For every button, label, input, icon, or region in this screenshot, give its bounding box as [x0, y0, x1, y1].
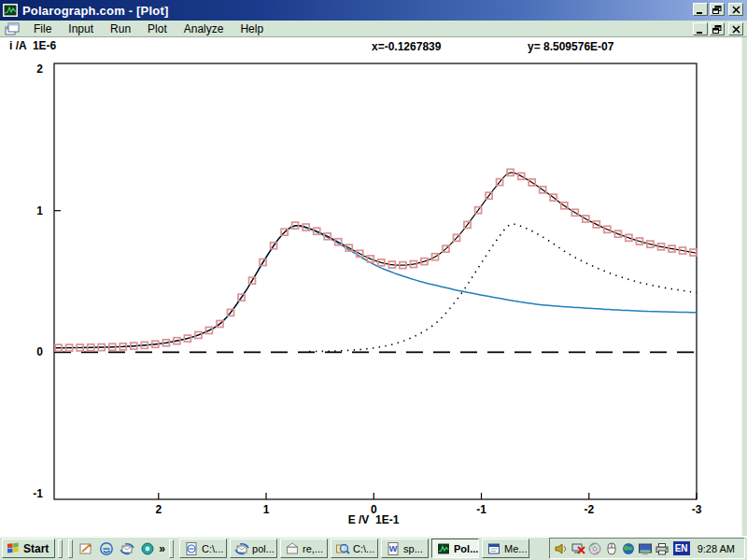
plot-canvas[interactable]: 210-1-2-3210-1 [0, 37, 747, 536]
task-button-label: sp... [403, 543, 423, 554]
system-tray: EN 9:28 AM [549, 538, 745, 559]
menu-item-input[interactable]: Input [60, 21, 102, 36]
show-desktop-icon[interactable] [78, 540, 94, 557]
cd-burner-icon[interactable] [587, 541, 602, 556]
polarograph-icon [436, 541, 451, 556]
globe-icon[interactable] [621, 541, 636, 556]
polarograph-app-icon [3, 3, 18, 18]
task-button-label: C:\... [202, 543, 223, 554]
desktop: Polarograph.com - [Plot] FileInputRunPlo… [0, 0, 747, 560]
y-tick-label: 1 [36, 204, 43, 217]
ie-doc-icon [184, 541, 199, 556]
menu-item-file[interactable]: File [25, 21, 60, 36]
task-button-label: re,... [303, 543, 323, 554]
network-error-icon[interactable] [571, 541, 585, 556]
start-button[interactable]: Start [2, 539, 55, 558]
outlook-icon [234, 541, 249, 556]
taskbar: Start » C:\...pol...re,...C:\...Wsp...Po… [0, 536, 747, 560]
task-button-c[interactable]: C:\... [179, 539, 227, 558]
mouse-icon[interactable] [604, 541, 619, 556]
task-button-re[interactable]: re,... [280, 539, 328, 558]
plot-client-area: 210-1-2-3210-1 i /A 1E-6 x=-0.1267839 y=… [0, 37, 747, 536]
task-button-pol[interactable]: Pol... [431, 539, 479, 558]
menubar: FileInputRunPlotAnalyzeHelp [0, 21, 747, 37]
menu-item-analyze[interactable]: Analyze [176, 21, 233, 36]
svg-text:W: W [389, 544, 398, 553]
close-button[interactable] [728, 3, 743, 16]
plot-minimize-button[interactable] [693, 22, 708, 35]
taskbar-grip[interactable] [169, 539, 174, 558]
task-button-label: Pol... [454, 543, 478, 554]
task-button-label: pol... [252, 543, 275, 554]
minimize-button[interactable] [693, 3, 708, 16]
series-component-2 [309, 224, 697, 352]
titlebar-buttons [693, 3, 743, 16]
task-button-c[interactable]: C:\... [331, 539, 378, 558]
y-tick-label: 0 [36, 345, 43, 358]
titlebar: Polarograph.com - [Plot] [0, 0, 747, 21]
clock: 9:28 AM [694, 543, 739, 554]
y-axis-title: i /A 1E-6 [9, 39, 56, 52]
open-envelope-icon [285, 541, 300, 556]
x-axis-title: E /V 1E-1 [0, 513, 747, 526]
search-icon [335, 541, 350, 556]
printer-icon[interactable] [655, 541, 669, 556]
task-buttons: C:\...pol...re,...C:\...Wsp...Pol...Me..… [179, 539, 529, 558]
plot-frame [54, 63, 697, 499]
menu-item-plot[interactable]: Plot [139, 21, 176, 36]
word-icon: W [386, 541, 401, 556]
tray-icons [554, 541, 669, 556]
volume-icon[interactable] [554, 541, 569, 556]
task-button-label: Me... [504, 543, 527, 554]
mdi-buttons [693, 22, 743, 35]
menu-item-run[interactable]: Run [102, 21, 139, 36]
y-tick-label: -1 [33, 487, 43, 500]
quick-launch-bar [76, 540, 158, 557]
start-label: Start [23, 542, 49, 555]
language-indicator[interactable]: EN [673, 541, 690, 555]
plot-close-button[interactable] [728, 22, 743, 35]
taskbar-grip[interactable] [58, 539, 63, 558]
window-title: Polarograph.com - [Plot] [22, 4, 168, 18]
media-player-icon[interactable] [139, 540, 156, 557]
windows-flag-icon [6, 540, 21, 557]
window-border [741, 37, 747, 536]
task-button-sp[interactable]: Wsp... [381, 539, 429, 558]
task-button-label: C:\... [353, 543, 374, 554]
plot-child-window-icon[interactable] [5, 22, 20, 35]
y-tick-label: 2 [36, 63, 43, 76]
task-button-pol[interactable]: pol... [230, 539, 277, 558]
series-measured-data [55, 169, 697, 351]
docwin-icon [486, 541, 501, 556]
series-component-1 [54, 226, 697, 348]
outlook-express-icon[interactable] [119, 540, 135, 557]
display-settings-icon[interactable] [638, 541, 653, 556]
task-button-me[interactable]: Me... [482, 539, 529, 558]
cursor-readout-x: x=-0.1267839 [372, 40, 441, 53]
overflow-chevron[interactable]: » [159, 542, 165, 555]
series-fitted-total [54, 173, 697, 348]
restore-button[interactable] [710, 3, 725, 16]
cursor-readout-y: y= 8.509576E-07 [528, 40, 613, 53]
internet-explorer-icon[interactable] [98, 540, 115, 557]
menu-item-help[interactable]: Help [232, 21, 272, 36]
plot-restore-button[interactable] [710, 22, 725, 35]
taskbar-grip[interactable] [68, 539, 73, 558]
menu: FileInputRunPlotAnalyzeHelp [25, 21, 272, 36]
